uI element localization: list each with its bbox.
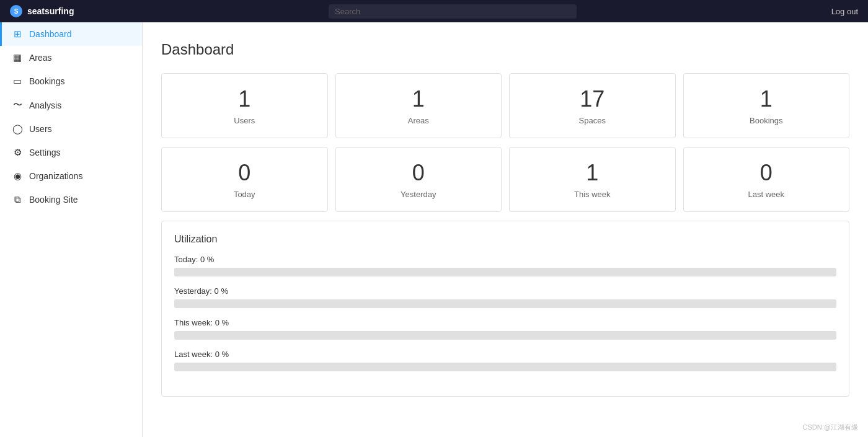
utilization-card: Utilization Today: 0 % Yesterday: 0 % Th… xyxy=(161,221,849,397)
this-week-number: 1 xyxy=(520,160,665,186)
main-content: Dashboard 1 Users 1 Areas 17 Spaces 1 Bo… xyxy=(143,22,868,437)
areas-number: 1 xyxy=(346,86,492,112)
yesterday-number: 0 xyxy=(346,160,492,186)
stats-row-1: 1 Users 1 Areas 17 Spaces 1 Bookings xyxy=(161,73,849,138)
watermark: CSDN @江湖有缘 xyxy=(803,423,858,432)
last-week-label: Last week xyxy=(694,190,839,199)
utilization-row-today: Today: 0 % xyxy=(174,255,836,276)
util-label-today: Today: 0 % xyxy=(174,255,836,264)
sidebar-item-users[interactable]: ◯ Users xyxy=(0,117,142,141)
search-container xyxy=(329,4,577,19)
bookings-label: Bookings xyxy=(694,116,839,125)
bookings-number: 1 xyxy=(694,86,839,112)
main-layout: ⊞ Dashboard ▦ Areas ▭ Bookings 〜 Analysi… xyxy=(0,22,868,437)
page-title: Dashboard xyxy=(161,41,849,58)
logo: S seatsurfing xyxy=(10,5,74,17)
sidebar-item-settings[interactable]: ⚙ Settings xyxy=(0,141,142,164)
users-icon: ◯ xyxy=(12,123,23,135)
search-input[interactable] xyxy=(329,4,577,19)
sidebar-label-analysis: Analysis xyxy=(29,100,61,110)
sidebar-item-dashboard[interactable]: ⊞ Dashboard xyxy=(0,22,142,46)
util-label-yesterday: Yesterday: 0 % xyxy=(174,286,836,296)
stat-card-this-week: 1 This week xyxy=(509,147,676,212)
sidebar-label-organizations: Organizations xyxy=(29,171,82,181)
last-week-number: 0 xyxy=(694,160,839,186)
util-bar-bg-last-week xyxy=(174,363,836,371)
sidebar-label-dashboard: Dashboard xyxy=(29,29,72,39)
stat-card-users: 1 Users xyxy=(161,73,328,138)
util-label-last-week: Last week: 0 % xyxy=(174,350,836,359)
sidebar-item-organizations[interactable]: ◉ Organizations xyxy=(0,164,142,188)
stat-card-spaces: 17 Spaces xyxy=(509,73,676,138)
sidebar-label-bookings: Bookings xyxy=(29,76,65,86)
areas-label: Areas xyxy=(346,116,492,125)
sidebar-item-analysis[interactable]: 〜 Analysis xyxy=(0,93,142,117)
organizations-icon: ◉ xyxy=(12,170,23,182)
areas-icon: ▦ xyxy=(12,52,23,63)
stats-row-2: 0 Today 0 Yesterday 1 This week 0 Last w… xyxy=(161,147,849,212)
stat-card-areas: 1 Areas xyxy=(335,73,502,138)
topbar: S seatsurfing Log out xyxy=(0,0,868,22)
logout-button[interactable]: Log out xyxy=(831,7,858,16)
users-number: 1 xyxy=(172,86,317,112)
sidebar-item-areas[interactable]: ▦ Areas xyxy=(0,46,142,69)
util-bar-bg-today xyxy=(174,268,836,276)
utilization-row-last-week: Last week: 0 % xyxy=(174,350,836,371)
sidebar: ⊞ Dashboard ▦ Areas ▭ Bookings 〜 Analysi… xyxy=(0,22,143,437)
sidebar-item-booking-site[interactable]: ⧉ Booking Site xyxy=(0,188,142,211)
stat-card-last-week: 0 Last week xyxy=(683,147,850,212)
util-label-this-week: This week: 0 % xyxy=(174,318,836,327)
util-bar-bg-yesterday xyxy=(174,299,836,308)
sidebar-label-users: Users xyxy=(29,124,52,134)
logo-text: seatsurfing xyxy=(27,6,74,16)
spaces-number: 17 xyxy=(520,86,665,112)
bookings-icon: ▭ xyxy=(12,76,23,87)
utilization-row-yesterday: Yesterday: 0 % xyxy=(174,286,836,308)
utilization-title: Utilization xyxy=(174,234,836,245)
sidebar-label-booking-site: Booking Site xyxy=(29,195,78,205)
logo-icon: S xyxy=(10,5,22,17)
spaces-label: Spaces xyxy=(520,116,665,125)
today-number: 0 xyxy=(172,160,317,186)
this-week-label: This week xyxy=(520,190,665,199)
stat-card-bookings: 1 Bookings xyxy=(683,73,850,138)
users-label: Users xyxy=(172,116,317,125)
dashboard-icon: ⊞ xyxy=(12,29,23,40)
settings-icon: ⚙ xyxy=(12,147,23,158)
stat-card-yesterday: 0 Yesterday xyxy=(335,147,502,212)
sidebar-label-settings: Settings xyxy=(29,148,61,157)
booking-site-icon: ⧉ xyxy=(12,194,23,205)
util-bar-bg-this-week xyxy=(174,331,836,340)
utilization-row-this-week: This week: 0 % xyxy=(174,318,836,340)
sidebar-item-bookings[interactable]: ▭ Bookings xyxy=(0,69,142,93)
today-label: Today xyxy=(172,190,317,199)
yesterday-label: Yesterday xyxy=(346,190,492,199)
stat-card-today: 0 Today xyxy=(161,147,328,212)
sidebar-label-areas: Areas xyxy=(29,53,52,63)
analysis-icon: 〜 xyxy=(12,99,23,111)
